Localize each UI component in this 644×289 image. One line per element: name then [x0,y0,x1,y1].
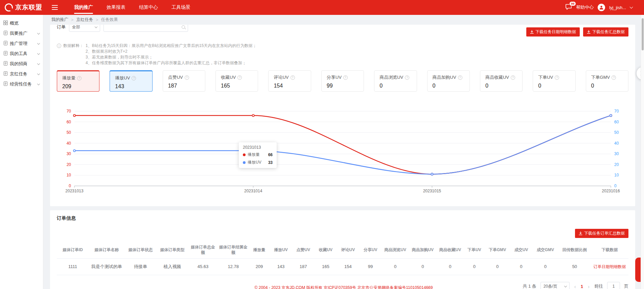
column-header-成交GMV: 成交GMV [532,241,558,259]
order-button-row: 下载任务订单汇总数据 [57,229,628,238]
button-label: 下载任务汇总数据 [592,29,625,35]
help-icon[interactable]: ? [237,75,242,80]
breadcrumb-item-2[interactable]: 京红任务 [76,17,93,23]
download-task-date-detail-button[interactable]: 下载任务日期明细数据 [526,27,580,37]
invest-icon [3,61,8,67]
chevron-down-icon [37,42,40,44]
svg-text:20: 20 [67,162,71,167]
help-icon[interactable]: ? [291,75,295,80]
column-header-下载数据: 下载数据 [591,241,628,259]
nav-item-1[interactable]: 我的推广 [67,0,100,15]
svg-text:20231013: 20231013 [65,189,84,193]
chevron-down-icon [37,82,40,85]
download-order-summary-button[interactable]: 下载任务订单汇总数据 [575,229,628,238]
sidebar-item-7[interactable]: 经营性任务 [0,79,43,89]
help-center-link[interactable]: 帮助中心 [576,4,594,10]
topbar-right: 99 帮助中心 lyj_jish... [565,4,632,11]
hamburger-menu-icon[interactable] [52,4,58,11]
sidebar-item-3[interactable]: 推广管理 [0,39,43,49]
task-icon [3,71,8,77]
order-table: 媒体订单ID媒体订单名称媒体订单状态媒体订单类型媒体订单总金额媒体订单结算金额播… [57,241,628,275]
order-search-input[interactable] [107,25,182,29]
trend-chart[interactable]: 0010102020303040405050606070702023101320… [57,107,628,197]
download-buttons: 下载任务日期明细数据 下载任务汇总数据 [526,27,628,37]
help-icon[interactable]: ? [612,75,616,80]
stat-card-商品加购UV[interactable]: 商品加购UV?0 [427,70,470,92]
stat-card-value: 0 [538,83,575,89]
username[interactable]: lyj_jish... [609,5,626,10]
sidebar-item-4[interactable]: 我的工具 [0,49,43,59]
scrollbar-thumb[interactable] [642,18,644,50]
download-icon [587,30,591,34]
breadcrumb: 我的推广>京红任务>任务效果 [50,15,635,25]
nav-item-3[interactable]: 结算中心 [132,0,165,15]
sidebar-item-1[interactable]: 概览 [0,18,43,28]
stat-card-label: 点赞UV? [168,74,205,80]
stat-card-title: 收藏UV [221,74,236,80]
data-notes: i 数据解释： 1、B站任务为15天归因：展示用户在B站浏览相应推广文章后的15… [57,43,628,66]
breadcrumb-item-1[interactable]: 我的推广 [51,17,68,23]
column-header-回传数据比例: 回传数据比例 [558,241,591,259]
stat-card-商品收藏UV[interactable]: 商品收藏UV?0 [480,70,523,92]
download-task-summary-button[interactable]: 下载任务汇总数据 [583,27,628,37]
stat-card-title: 商品浏览UV [380,74,403,80]
manage-icon [3,41,8,46]
sidebar-item-5[interactable]: 我的招商 [0,59,43,69]
help-icon[interactable]: ? [185,75,189,80]
table-cell: 165 [315,259,337,275]
stat-card-下单UV[interactable]: 下单UV?0 [533,70,575,92]
search-icon[interactable] [182,25,185,29]
table-cell: 我是个测试的单 [89,259,125,275]
sidebar-item-2[interactable]: 我要推广 [0,28,43,39]
chevron-down-icon [37,62,40,65]
order-date-detail-link[interactable]: 订单日期明细数据 [591,259,628,275]
help-icon[interactable]: ? [555,75,559,80]
column-header-点赞UV: 点赞UV [292,241,315,259]
svg-text:20231016: 20231016 [602,189,620,193]
svg-text:0: 0 [614,184,617,188]
button-label: 下载任务订单汇总数据 [584,231,625,236]
order-info-title: 订单信息 [57,215,628,221]
line-chart-svg[interactable]: 0010102020303040405050606070702023101320… [57,107,628,197]
chevron-down-icon[interactable] [630,5,633,8]
help-icon[interactable]: ? [343,75,348,80]
stat-card-商品浏览UV[interactable]: 商品浏览UV?0 [374,70,417,92]
stat-card-分享UV[interactable]: 分享UV?99 [321,70,364,92]
order-filter-select[interactable]: 全部 [69,25,100,32]
svg-text:20231015: 20231015 [423,189,441,193]
stat-card-评论UV[interactable]: 评论UV?154 [268,70,311,92]
breadcrumb-item-3: 任务效果 [101,17,118,23]
column-header-媒体订单状态: 媒体订单状态 [125,241,157,259]
sidebar: 概览我要推广推广管理我的工具我的招商京红任务经营性任务 [0,15,43,289]
help-icon[interactable]: ? [405,75,409,80]
message-badge: 99 [569,1,576,6]
column-header-分享UV: 分享UV [359,241,382,259]
stat-card-title: 商品收藏UV [485,74,509,80]
help-icon[interactable]: ? [77,76,82,80]
stat-card-下单GMV[interactable]: 下单GMV?0 [586,70,628,92]
stat-card-value: 154 [274,83,310,89]
notes-lines: 1、B站任务为15天归因：展示用户在B站浏览相应推广文章后的15天内在京东站内的… [86,43,256,66]
top-nav: 我的推广效果报表结算中心工具场景 [67,0,197,15]
table-cell: 植入视频 [156,259,188,275]
stat-card-播放UV[interactable]: 播放UV?143 [110,70,152,92]
table-cell: 187 [292,259,315,275]
table-cell: 待接单 [125,259,157,275]
help-icon[interactable]: ? [132,76,136,80]
sidebar-item-6[interactable]: 京红任务 [0,69,43,79]
note-line-2: 2、数据展示时效为T+2 [86,49,256,54]
note-line-1: 1、B站任务为15天归因：展示用户在B站浏览相应推广文章后的15天内在京东站内的… [86,43,256,49]
stat-card-点赞UV[interactable]: 点赞UV?187 [163,70,205,92]
stat-card-收藏UV[interactable]: 收藏UV?165 [215,70,258,92]
jd-alliance-logo[interactable]: 京东联盟 [5,3,42,12]
overview-icon [3,21,8,26]
help-icon[interactable]: ? [511,75,515,80]
nav-item-4[interactable]: 工具场景 [165,0,197,15]
help-icon[interactable]: ? [458,75,462,80]
sidebar-item-label: 我的招商 [10,61,27,67]
nav-item-2[interactable]: 效果报表 [100,0,132,15]
message-icon[interactable]: 99 [565,4,572,11]
main-content: 我的推广>京红任务>任务效果 订单 全部 下载任务日期明细数据 [43,15,644,289]
avatar[interactable] [598,4,605,11]
stat-card-播放量[interactable]: 播放量?209 [57,70,99,92]
